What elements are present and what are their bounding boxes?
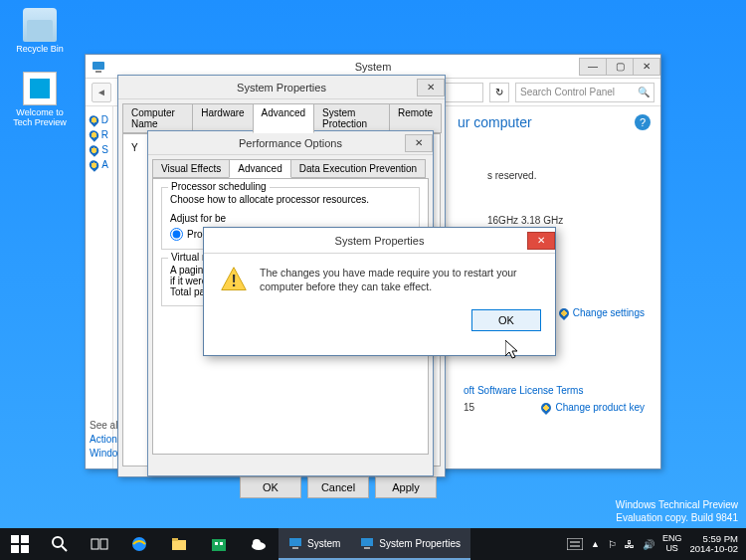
start-button[interactable]	[0, 528, 40, 560]
svg-rect-23	[361, 538, 373, 546]
svg-rect-0	[93, 62, 104, 70]
change-settings-link[interactable]: Change settings	[559, 307, 645, 318]
keyboard-icon[interactable]	[567, 538, 583, 550]
search-button[interactable]	[40, 528, 80, 560]
tray-chevron-icon[interactable]: ▲	[591, 539, 600, 549]
taskbar-store[interactable]	[199, 528, 239, 560]
nav-back-button[interactable]: ◄	[92, 83, 111, 102]
taskbar-ie[interactable]	[119, 528, 159, 560]
maximize-button[interactable]: ▢	[606, 58, 634, 76]
sidebar-item[interactable]: D	[86, 112, 112, 127]
page-heading: ur computer	[458, 114, 645, 130]
shield-icon	[88, 128, 100, 141]
tab-system-protection[interactable]: System Protection	[313, 103, 390, 133]
tray-volume-icon[interactable]: 🔊	[643, 539, 654, 550]
svg-rect-1	[95, 71, 101, 73]
shield-icon	[88, 143, 101, 157]
search-placeholder: Search Control Panel	[520, 87, 615, 97]
change-product-key-link[interactable]: Change product key	[541, 402, 645, 413]
taskbar-onedrive[interactable]	[239, 528, 279, 560]
desktop-icon-recycle-bin[interactable]: Recycle Bin	[10, 8, 70, 54]
product-id-value: 15	[464, 402, 474, 413]
ok-button[interactable]: OK	[471, 309, 541, 331]
close-button[interactable]: ✕	[417, 79, 445, 96]
ok-button[interactable]: OK	[240, 476, 301, 498]
tab-advanced[interactable]: Advanced	[229, 159, 290, 178]
tabstrip: Computer Name Hardware Advanced System P…	[118, 99, 445, 133]
tabstrip: Visual Effects Advanced Data Execution P…	[148, 155, 433, 178]
tray-network-icon[interactable]: 🖧	[625, 539, 635, 550]
tray-clock[interactable]: 5:59 PM 2014-10-02	[689, 534, 738, 555]
license-terms-link[interactable]: oft Software License Terms	[464, 385, 645, 396]
dialog-title: System Properties	[118, 82, 445, 93]
computer-icon	[288, 536, 302, 550]
tray-flag-icon[interactable]: ⚐	[608, 539, 617, 550]
recycle-bin-icon	[23, 8, 57, 42]
titlebar-performance-options[interactable]: Performance Options ✕	[148, 131, 433, 155]
watermark: Windows Technical Preview Evaluation cop…	[616, 499, 738, 524]
close-button[interactable]: ✕	[527, 232, 555, 250]
sidebar-item[interactable]: S	[86, 142, 112, 157]
svg-point-9	[53, 537, 63, 547]
svg-rect-17	[215, 542, 218, 545]
cancel-button[interactable]: Cancel	[307, 476, 369, 498]
ie-icon	[130, 535, 148, 553]
taskbar-explorer[interactable]	[159, 528, 199, 560]
tab-computer-name[interactable]: Computer Name	[122, 103, 193, 133]
tray-language[interactable]: ENG US	[662, 534, 682, 554]
sidebar-item[interactable]: R	[86, 127, 112, 142]
tab-advanced[interactable]: Advanced	[253, 103, 314, 133]
tab-hardware[interactable]: Hardware	[192, 103, 253, 133]
welcome-icon	[23, 72, 57, 105]
svg-rect-6	[21, 535, 29, 543]
messagebox-title: System Properties	[204, 235, 555, 247]
processor-value: 16GHz 3.18 GHz	[487, 215, 563, 226]
task-view-icon	[91, 535, 108, 553]
windows-logo-icon	[11, 535, 29, 553]
tab-dep[interactable]: Data Execution Prevention	[290, 159, 426, 178]
taskbar-task-system[interactable]: System	[279, 528, 350, 560]
refresh-button[interactable]: ↻	[489, 83, 509, 102]
watermark-line: Evaluation copy. Build 9841	[616, 512, 738, 525]
watermark-line: Windows Technical Preview	[616, 499, 738, 512]
help-icon[interactable]: ?	[635, 114, 651, 130]
group-desc: Choose how to allocate processor resourc…	[170, 194, 411, 205]
adjust-label: Adjust for be	[170, 213, 411, 224]
close-button[interactable]: ✕	[405, 134, 433, 152]
svg-rect-7	[11, 545, 19, 553]
svg-rect-14	[172, 540, 186, 550]
close-button[interactable]: ✕	[633, 58, 660, 76]
taskbar-task-system-properties[interactable]: System Properties	[350, 528, 470, 560]
group-title: Processor scheduling	[168, 181, 270, 192]
radio-programs-input[interactable]	[170, 228, 183, 241]
tab-visual-effects[interactable]: Visual Effects	[152, 159, 230, 178]
svg-text:!: !	[231, 273, 236, 289]
svg-rect-16	[212, 539, 226, 551]
svg-rect-21	[289, 538, 301, 546]
sidebar: D R S A See also Action C Window	[86, 106, 113, 468]
titlebar-system-properties[interactable]: System Properties ✕	[118, 76, 445, 99]
svg-rect-22	[292, 547, 298, 549]
desktop-icon-welcome[interactable]: Welcome to Tech Preview	[10, 72, 70, 127]
apply-button[interactable]: Apply	[375, 476, 437, 498]
computer-icon	[360, 536, 374, 550]
svg-rect-5	[11, 535, 19, 543]
dialog-title: Performance Options	[148, 137, 433, 149]
minimize-button[interactable]: —	[579, 58, 607, 76]
computer-icon	[92, 60, 105, 74]
task-view-button[interactable]	[80, 528, 119, 560]
svg-rect-8	[21, 545, 29, 553]
svg-rect-18	[220, 542, 223, 545]
tab-remote[interactable]: Remote	[389, 103, 442, 133]
svg-rect-24	[364, 547, 370, 549]
svg-rect-12	[100, 539, 107, 549]
search-input[interactable]: Search Control Panel 🔍	[515, 83, 654, 102]
shield-icon	[88, 158, 101, 172]
svg-rect-15	[172, 538, 178, 541]
cloud-icon	[250, 535, 268, 553]
svg-rect-25	[567, 538, 583, 550]
titlebar-messagebox[interactable]: System Properties ✕	[204, 228, 555, 254]
sidebar-item[interactable]: A	[86, 157, 112, 172]
taskbar: System System Properties ▲ ⚐ 🖧 🔊 ENG US …	[0, 528, 746, 560]
svg-point-20	[253, 539, 261, 547]
